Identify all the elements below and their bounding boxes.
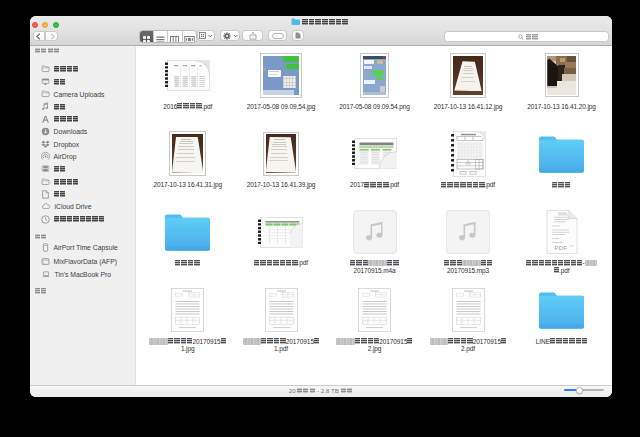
svg-text:PDF: PDF: [554, 245, 567, 251]
